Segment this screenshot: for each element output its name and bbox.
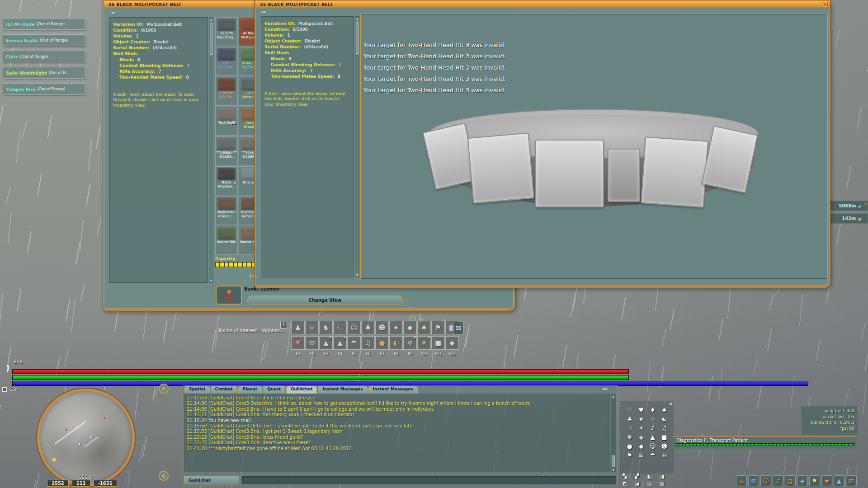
con-checkbox[interactable] [2,387,7,392]
player-entry[interactable]: Clutz (Out of Range) [3,51,86,62]
scroll-up-icon[interactable]: ▲ [355,17,359,21]
toolbar-button[interactable]: ⊞ [846,475,857,486]
player-entry[interactable]: (L) Mr-Hyde (Out of Range) [3,18,86,30]
palette-icon[interactable]: ♠ [661,407,667,413]
palette-icon[interactable]: ♡ [627,407,632,413]
palette-icon[interactable]: ☽ [627,425,632,432]
chat-tab[interactable]: Spatial [184,386,210,394]
chat-tab[interactable]: Quest [263,386,285,394]
toolbar-button[interactable]: ◈ [797,475,808,486]
palette-icon[interactable]: ▨ [660,480,664,486]
palette-icon[interactable]: ▧ [647,480,652,486]
palette-icon[interactable]: ♣ [627,416,632,422]
scroll-down-icon[interactable]: ▼ [209,278,213,282]
hotbar-slot[interactable]: ■ [431,336,445,350]
chat-tab[interactable]: Instant Messages [318,386,367,394]
hotbar-slot[interactable]: ♥ [291,336,305,350]
inventory-item[interactable]: Nightsister Armor L... [215,196,238,225]
palette-icon[interactable]: ◆ [639,443,643,450]
window-titlebar[interactable]: 4S BLACK MULTIPOCKET BELT × [255,1,830,8]
hotbar-page-indicator[interactable]: 1 [280,322,287,328]
scroll-up-icon[interactable]: ▲ [611,394,615,398]
chat-expand-button[interactable]: ⊕ [159,471,169,481]
stats-scrollbar[interactable]: ▲ ▼ [209,17,213,283]
hotbar-slot[interactable]: ◆ [403,321,417,334]
palette-close-icon[interactable]: × [669,401,673,406]
nav-right-icon[interactable]: ► [113,11,117,15]
chat-tab-scroll-arrows[interactable]: ◄► [602,387,609,391]
inventory-item[interactable]: +DI+ [P.I.S.] In... [215,47,238,76]
hotbar-slot[interactable]: ◐ [389,336,403,350]
palette-icon[interactable]: ☠ [661,452,667,459]
chat-channel-label[interactable]: Guildchat [184,476,239,484]
hotbar-slot[interactable]: ♞ [319,321,333,334]
scroll-down-icon[interactable]: ▼ [355,273,359,277]
palette-icon[interactable]: ☻ [661,443,667,450]
waypoint-row[interactable]: 142m ► [829,213,868,224]
quest-tracker[interactable]: Diagnostics II: Transport Patient [673,436,857,449]
inventory-item[interactable]: **10k8dm**-E/1099... [215,136,238,165]
hotbar-slot[interactable]: ♟ [291,321,305,334]
hotbar-slot[interactable]: ☠ [305,321,319,334]
toolbar-button[interactable]: ▲ [834,475,844,486]
window-nav-arrows[interactable]: ◄► [110,11,117,15]
hotbar-slot[interactable]: ⚑ [431,321,445,334]
inventory-item[interactable]: *100 Ua* 16% Da... [215,77,238,106]
waypoint-row[interactable]: 5068m ► [829,201,868,211]
palette-icon[interactable]: ◩ [623,480,627,486]
inventory-item[interactable]: Rancor Bile [215,226,238,255]
scrollbar-thumb[interactable] [612,455,615,467]
window-nav-arrows[interactable]: ◄► [261,10,267,14]
palette-icon[interactable]: ▲ [651,434,655,441]
toolbar-button[interactable]: ★ [821,475,832,486]
chat-tab[interactable]: Planet [238,386,262,394]
window-close-icon[interactable]: × [822,2,828,7]
toolbar-button[interactable]: ▦ [785,475,796,486]
palette-icon[interactable]: ❄ [627,434,632,441]
inventory-item[interactable]: 33.07% Max Dmg... [215,17,238,46]
hotbar-slot[interactable]: ☺ [347,321,361,334]
window-belt-examine-front[interactable]: 4S BLACK MULTIPOCKET BELT × ◄► Variation… [255,0,830,288]
chat-scrollbar[interactable]: ▲ ▼ [611,394,616,472]
change-view-button[interactable]: Change View [247,296,403,305]
player-entry[interactable]: Ereesa Scylla (Out of Range) [3,34,86,46]
tab-next-icon[interactable]: ► [605,387,609,391]
toolbar-button[interactable]: ✉ [748,475,759,486]
palette-icon[interactable]: ♫ [661,425,667,432]
hotbar-slot[interactable]: ◆ [445,336,459,350]
scroll-down-icon[interactable]: ▼ [611,468,615,472]
palette-icon[interactable]: ☺ [650,443,656,450]
hotbar-slot[interactable]: ♠ [417,321,431,334]
hotbar-slot[interactable]: ▲ 2 [319,336,333,350]
scrollbar-thumb[interactable] [356,22,359,54]
hotbar-slot[interactable]: ☾ [333,321,347,334]
tab-prev-icon[interactable]: ◄ [602,387,605,391]
character-avatar[interactable] [216,286,242,305]
palette-icon[interactable]: ◧ [647,474,652,479]
scrollbar-thumb[interactable] [210,23,212,55]
hotbar-slot[interactable]: ● [375,336,389,350]
inventory-item[interactable]: Black Wrinkled... 8 [215,166,238,195]
toolbar-button[interactable]: ⚑ [809,475,820,486]
toolbar-button[interactable]: ⌂ [736,475,747,486]
palette-icon[interactable]: ▞ [635,474,639,479]
palette-icon[interactable]: ◈ [639,434,643,441]
item-3d-preview-panel[interactable]: Your target for Two-Hand Head Hit 3 was … [360,14,828,279]
inventory-item[interactable]: Tech Pack 36 [215,107,238,136]
hotbar-slot[interactable]: ♫ [361,336,375,350]
palette-icon[interactable]: ☂ [650,452,656,459]
hotbar-slot[interactable]: ✉ [305,336,319,350]
player-entry[interactable]: Splix Wraithlight (Out of R... [3,67,86,79]
palette-icon[interactable]: ◪ [635,480,639,486]
hotbar-slot[interactable]: ❄ 5 [403,336,417,350]
stats-scrollbar[interactable]: ▲ ▼ [355,16,359,277]
palette-icon[interactable]: ● [627,443,632,450]
radar-minimap[interactable]: x x 256 m [37,389,135,486]
chat-tab[interactable]: Combat [211,386,237,394]
palette-icon[interactable]: ♪ [651,425,655,432]
player-entry[interactable]: Yizepru Rira (Out of Range) [3,83,86,95]
chat-input[interactable] [241,476,616,484]
palette-icon[interactable]: ☆ [650,416,656,422]
toolbar-button[interactable]: ♪ [773,475,783,486]
nav-right-icon[interactable]: ► [264,10,267,14]
